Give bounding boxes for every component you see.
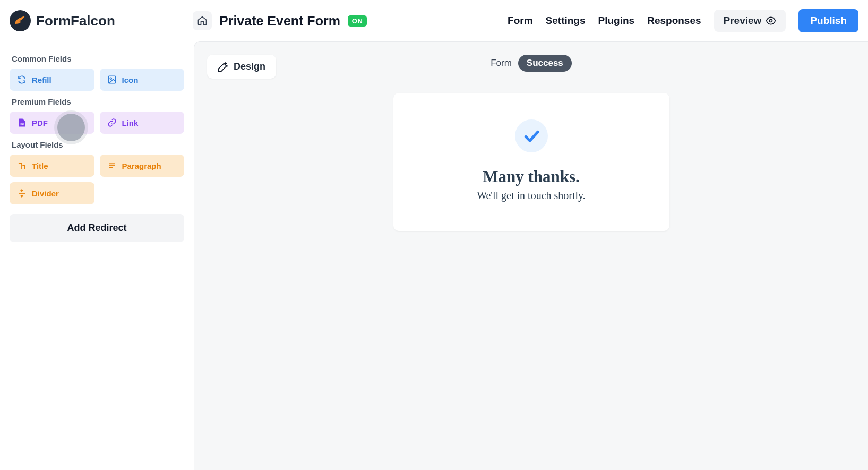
field-pdf[interactable]: PDF PDF — [10, 112, 94, 134]
topbar: FormFalcon Private Event Form ON Form Se… — [0, 0, 868, 41]
field-link-label: Link — [122, 118, 139, 127]
title-icon — [17, 161, 27, 170]
view-toggle: Form Success — [194, 55, 868, 72]
tab-success[interactable]: Success — [518, 55, 572, 72]
field-divider[interactable]: Divider — [10, 182, 94, 204]
nav-plugins[interactable]: Plugins — [598, 15, 635, 27]
publish-button[interactable]: Publish — [798, 9, 858, 32]
success-subtitle: We'll get in touch shortly. — [415, 190, 648, 202]
section-premium-label: Premium Fields — [12, 97, 182, 106]
divider-icon — [17, 189, 27, 198]
check-icon — [522, 126, 541, 146]
preview-label: Preview — [724, 15, 762, 27]
design-label: Design — [234, 61, 265, 72]
sidebar: Common Fields Refill Icon Premium Fields… — [0, 41, 194, 470]
preview-button[interactable]: Preview — [714, 10, 786, 32]
paragraph-icon — [107, 161, 117, 170]
app-name: FormFalcon — [36, 13, 115, 29]
add-redirect-button[interactable]: Add Redirect — [10, 214, 184, 242]
field-refill-label: Refill — [32, 75, 51, 84]
logo-area: FormFalcon — [10, 10, 193, 31]
success-title: Many thanks. — [415, 167, 648, 186]
svg-rect-1 — [108, 76, 116, 83]
svg-point-2 — [110, 78, 111, 79]
success-card: Many thanks. We'll get in touch shortly. — [393, 93, 669, 231]
section-layout-label: Layout Fields — [12, 140, 182, 149]
field-refill[interactable]: Refill — [10, 69, 94, 91]
refresh-icon — [17, 75, 27, 84]
field-divider-label: Divider — [32, 189, 59, 198]
eye-icon — [766, 15, 776, 26]
section-common-label: Common Fields — [12, 54, 182, 63]
check-circle — [515, 119, 548, 152]
field-icon-label: Icon — [122, 75, 139, 84]
form-title: Private Event Form — [219, 13, 340, 29]
main: Common Fields Refill Icon Premium Fields… — [0, 41, 868, 470]
home-icon — [197, 15, 208, 26]
pdf-icon: PDF — [17, 118, 27, 127]
title-area: Private Event Form ON — [193, 11, 367, 30]
falcon-icon — [14, 14, 27, 27]
svg-point-0 — [770, 20, 772, 22]
field-icon[interactable]: Icon — [100, 69, 185, 91]
home-button[interactable] — [193, 11, 212, 30]
nav-settings[interactable]: Settings — [546, 15, 586, 27]
image-icon — [107, 75, 117, 84]
svg-text:PDF: PDF — [20, 123, 24, 125]
field-title-label: Title — [32, 161, 48, 170]
canvas: Design Form Success Many thanks. We'll g… — [194, 41, 868, 470]
nav-area: Form Settings Plugins Responses Preview … — [508, 9, 858, 32]
nav-form[interactable]: Form — [508, 15, 533, 27]
logo-badge — [10, 10, 31, 31]
field-paragraph[interactable]: Paragraph — [100, 155, 185, 177]
nav-responses[interactable]: Responses — [647, 15, 701, 27]
field-title[interactable]: Title — [10, 155, 94, 177]
field-paragraph-label: Paragraph — [122, 161, 161, 170]
field-pdf-label: PDF — [32, 118, 48, 127]
cursor-indicator — [57, 114, 85, 141]
status-badge: ON — [348, 15, 367, 27]
tab-form[interactable]: Form — [491, 58, 512, 69]
field-link[interactable]: Link — [100, 112, 185, 134]
wand-icon — [218, 62, 228, 72]
link-icon — [107, 118, 117, 127]
design-button[interactable]: Design — [207, 55, 276, 79]
